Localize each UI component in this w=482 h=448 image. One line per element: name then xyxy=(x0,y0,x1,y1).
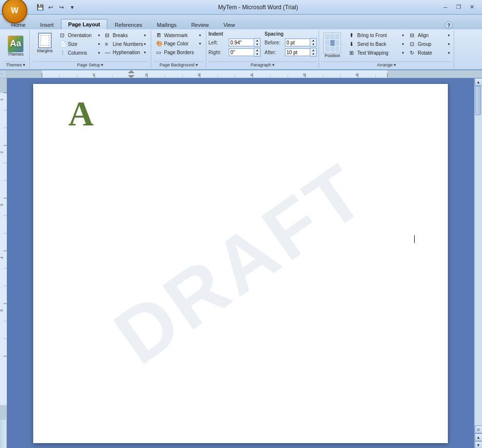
themes-button[interactable]: Aa Themes xyxy=(5,35,26,59)
tab-review[interactable]: Review xyxy=(184,20,216,29)
align-button[interactable]: ⊟ Align ▾ xyxy=(408,31,452,40)
margins-icon xyxy=(37,33,53,48)
send-to-back-button[interactable]: ⬇ Send to Back ▾ xyxy=(347,40,406,48)
arrange-col2: ⊟ Align ▾ ⊡ Group ▾ ↻ Rotate ▾ xyxy=(408,31,452,61)
breaks-icon: ⊟ xyxy=(105,32,112,39)
margins-button[interactable]: Margins xyxy=(33,31,57,55)
svg-rect-34 xyxy=(0,405,7,420)
ruler-vertical: 1 2 3 4 5 xyxy=(0,78,7,448)
indent-left-input[interactable] xyxy=(229,39,254,46)
ribbon-group-paragraph: Indent Left: ▲ ▼ Right: xyxy=(206,30,319,68)
size-icon: 📄 xyxy=(60,41,67,47)
scroll-select-browse[interactable]: ⊙ xyxy=(475,426,482,433)
text-wrapping-button[interactable]: ⊞ Text Wrapping ▾ xyxy=(347,49,406,57)
svg-rect-33 xyxy=(0,78,7,93)
scroll-track[interactable] xyxy=(475,86,482,418)
indent-right-input-group: ▲ ▼ xyxy=(229,48,261,57)
orientation-button[interactable]: ⊡ Orientation ▾ xyxy=(58,31,102,40)
size-button[interactable]: 📄 Size ▾ xyxy=(58,40,102,48)
svg-text:3: 3 xyxy=(0,204,4,206)
page-borders-label: Page Borders xyxy=(164,50,194,55)
page-color-label: Page Color xyxy=(164,41,188,46)
restore-button[interactable]: ❐ xyxy=(452,2,465,12)
save-button[interactable]: 💾 xyxy=(35,2,45,12)
scroll-prev-page[interactable]: ▲ xyxy=(475,433,482,441)
align-label: Align xyxy=(418,33,428,38)
indent-left-up[interactable]: ▲ xyxy=(254,39,260,42)
document-scroll[interactable]: DRAFT A xyxy=(7,78,474,448)
indent-right-label: Right: xyxy=(208,50,227,55)
spacing-after-up[interactable]: ▲ xyxy=(310,48,316,52)
scroll-up-button[interactable]: ▲ xyxy=(475,78,482,86)
svg-text:6: 6 xyxy=(356,73,358,77)
spacing-before-up[interactable]: ▲ xyxy=(310,39,316,42)
paragraph-expand-icon[interactable]: ▾ xyxy=(272,62,275,67)
line-numbers-button[interactable]: ≡ Line Numbers ▾ xyxy=(103,40,148,48)
group-button[interactable]: ⊡ Group ▾ xyxy=(408,40,452,48)
spacing-after-label: After: xyxy=(264,50,283,55)
position-label: Position xyxy=(324,53,340,58)
page-background-col: 🖹 Watermark ▾ 🎨 Page Color ▾ ▭ Page Bord… xyxy=(154,31,203,57)
page-background-inner: 🖹 Watermark ▾ 🎨 Page Color ▾ ▭ Page Bord… xyxy=(154,31,203,61)
tab-insert[interactable]: Insert xyxy=(33,20,61,29)
line-numbers-label: Line Numbers xyxy=(113,41,143,47)
spacing-after-row: After: ▲ ▼ xyxy=(264,47,317,57)
text-wrapping-dropdown: ▾ xyxy=(402,51,404,55)
spacing-after-down[interactable]: ▼ xyxy=(310,52,316,56)
page-borders-button[interactable]: ▭ Page Borders xyxy=(154,48,203,57)
ribbon-group-page-background: 🖹 Watermark ▾ 🎨 Page Color ▾ ▭ Page Bord… xyxy=(151,30,206,68)
spacing-after-input[interactable] xyxy=(285,48,310,56)
ribbon-group-arrange: Position ⬆ Bring to Front ▾ ⬇ Send to Ba… xyxy=(319,30,454,68)
arrange-expand-icon[interactable]: ▾ xyxy=(394,62,396,67)
page-setup-col1: Margins xyxy=(33,31,57,55)
minimize-button[interactable]: ─ xyxy=(439,2,452,12)
page-background-expand-icon[interactable]: ▾ xyxy=(196,62,198,67)
quick-access-toolbar: 💾 ↩ ↪ ▾ xyxy=(35,2,77,12)
breaks-button[interactable]: ⊟ Breaks ▾ xyxy=(103,31,148,40)
scroll-next-page[interactable]: ▼ xyxy=(475,441,482,448)
spacing-before-row: Before: ▲ ▼ xyxy=(264,38,317,47)
watermark-button[interactable]: 🖹 Watermark ▾ xyxy=(154,31,203,39)
document-page[interactable]: DRAFT A xyxy=(33,84,448,443)
vertical-scrollbar[interactable]: ▲ ⊙ ▲ ▼ xyxy=(474,78,482,448)
rotate-button[interactable]: ↻ Rotate ▾ xyxy=(408,49,452,57)
tab-view[interactable]: View xyxy=(216,20,242,29)
help-button[interactable]: ? xyxy=(445,21,453,29)
scroll-thumb[interactable] xyxy=(475,86,481,115)
arrange-label-text: Arrange xyxy=(377,62,393,67)
svg-text:5: 5 xyxy=(303,73,305,77)
indent-right-down[interactable]: ▼ xyxy=(254,52,260,56)
redo-button[interactable]: ↪ xyxy=(57,2,66,12)
title-bar: W 💾 ↩ ↪ ▾ MyTem - Microsoft Word (Trial)… xyxy=(0,0,482,15)
bring-to-front-dropdown: ▾ xyxy=(402,33,404,38)
svg-text:4: 4 xyxy=(0,256,4,259)
themes-expand-icon[interactable]: ▾ xyxy=(23,62,25,67)
bring-to-front-button[interactable]: ⬆ Bring to Front ▾ xyxy=(347,31,406,40)
tab-references[interactable]: References xyxy=(107,20,149,29)
svg-text:1: 1 xyxy=(0,98,4,101)
columns-button[interactable]: ⋮ Columns ▾ xyxy=(58,49,102,57)
arrange-group-label: Arrange ▾ xyxy=(321,61,452,67)
page-setup-expand-icon[interactable]: ▾ xyxy=(101,62,103,67)
group-label: Group xyxy=(418,41,431,47)
ruler-horizontal: 1 2 3 4 5 6 xyxy=(7,70,482,78)
position-button[interactable]: Position xyxy=(321,31,343,60)
spacing-before-input[interactable] xyxy=(285,39,310,46)
spacing-before-down[interactable]: ▼ xyxy=(310,42,316,46)
quick-access-dropdown[interactable]: ▾ xyxy=(67,2,77,12)
indent-right-input[interactable] xyxy=(229,48,254,56)
page-background-label-text: Page Background xyxy=(160,62,195,67)
themes-icon: Aa xyxy=(8,36,23,52)
page-color-button[interactable]: 🎨 Page Color ▾ xyxy=(154,40,203,48)
hyphenation-button[interactable]: — Hyphenation ▾ xyxy=(103,48,148,56)
margins-label: Margins xyxy=(37,48,53,54)
page-setup-group-label: Page Setup ▾ xyxy=(33,61,148,67)
indent-label: Indent xyxy=(208,31,261,37)
ribbon-content: Aa Themes Themes ▾ xyxy=(0,29,482,69)
close-button[interactable]: ✕ xyxy=(465,2,478,12)
indent-left-down[interactable]: ▼ xyxy=(254,42,260,46)
indent-right-up[interactable]: ▲ xyxy=(254,48,260,52)
tab-page-layout[interactable]: Page Layout xyxy=(61,19,107,29)
tab-mailings[interactable]: Mailings xyxy=(150,20,184,29)
undo-button[interactable]: ↩ xyxy=(46,2,56,12)
